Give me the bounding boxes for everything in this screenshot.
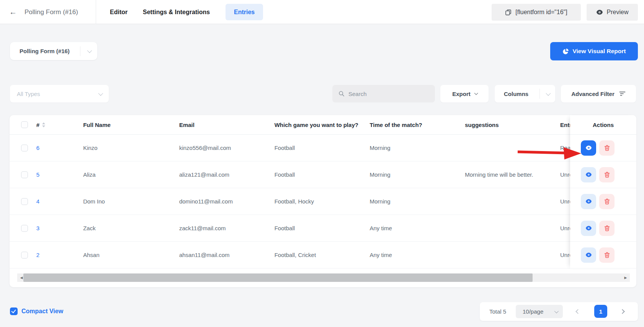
view-entry-button[interactable] — [581, 167, 596, 182]
tab-entries[interactable]: Entries — [226, 4, 263, 20]
view-entry-button[interactable] — [581, 247, 596, 263]
trash-icon — [604, 172, 610, 178]
export-dropdown[interactable]: Export — [440, 85, 489, 102]
delete-entry-button[interactable] — [599, 247, 615, 263]
row-actions — [570, 242, 636, 268]
eye-icon — [585, 226, 592, 231]
chevron-left-icon — [575, 309, 580, 314]
page-1-button[interactable]: 1 — [594, 305, 607, 318]
view-entry-button[interactable] — [581, 221, 596, 236]
view-visual-report-label: View Visual Report — [573, 48, 626, 55]
pagination-bar: Total 5 10/page 1 — [480, 302, 638, 321]
column-header-email: Email — [179, 122, 275, 128]
shortcode-label: [fluentform id="16"] — [515, 9, 567, 16]
per-page-dropdown[interactable]: 10/page — [516, 305, 563, 318]
entry-id-link[interactable]: 2 — [36, 252, 39, 258]
preview-button[interactable]: Preview — [587, 4, 638, 21]
cell-game: Football — [275, 145, 370, 151]
table-row: 6 Kinzo kinzo556@mail.com Football Morni… — [10, 135, 636, 161]
row-actions — [570, 161, 636, 188]
entry-id-link[interactable]: 6 — [36, 145, 39, 151]
horizontal-scrollbar[interactable]: ◀ ▶ — [17, 273, 630, 282]
tab-editor[interactable]: Editor — [110, 0, 127, 24]
entry-id-link[interactable]: 4 — [36, 198, 39, 205]
trash-icon — [604, 198, 610, 205]
row-checkbox[interactable] — [21, 171, 28, 178]
column-header-time: Time of the match? — [369, 122, 465, 128]
per-page-value: 10/page — [523, 308, 543, 315]
copy-icon — [505, 9, 512, 16]
select-all-checkbox[interactable] — [21, 121, 28, 128]
row-actions — [570, 215, 636, 242]
eye-icon — [585, 199, 592, 204]
chevron-down-icon — [554, 309, 559, 313]
scrollbar-thumb[interactable] — [23, 273, 533, 282]
view-entry-button[interactable] — [581, 140, 596, 156]
chevron-right-icon — [620, 309, 625, 314]
table-header-row: # Full Name Email Which game you want to… — [10, 115, 636, 135]
compact-view-checkbox[interactable] — [10, 307, 18, 315]
total-count-label: Total 5 — [489, 302, 506, 321]
columns-dropdown[interactable]: Columns — [495, 85, 555, 102]
scroll-right-icon[interactable]: ▶ — [621, 273, 630, 282]
table-row: 4 Dom Ino domino11@mail.com Football, Ho… — [10, 188, 636, 215]
form-selector-dropdown[interactable]: Polling Form (#16) — [10, 42, 97, 60]
cell-full-name: Dom Ino — [83, 198, 179, 205]
column-header-suggestions: suggestions — [465, 122, 560, 128]
row-checkbox[interactable] — [21, 198, 28, 205]
preview-label: Preview — [607, 9, 629, 16]
advanced-filter-button[interactable]: Advanced Filter — [561, 85, 636, 102]
pie-chart-icon — [562, 48, 569, 55]
search-icon — [338, 91, 345, 97]
cell-full-name: Ahsan — [83, 252, 179, 258]
column-header-full-name: Full Name — [83, 122, 179, 128]
column-header-game: Which game you want to play? — [275, 122, 370, 128]
page-title: Polling Form (#16) — [25, 0, 78, 24]
table-row: 2 Ahsan ahsan11@mail.com Football, Crick… — [10, 242, 636, 268]
chevron-down-icon — [546, 91, 551, 96]
entries-page: ← Polling Form (#16) Editor Settings & I… — [0, 0, 644, 327]
tab-settings-integrations[interactable]: Settings & Integrations — [143, 0, 210, 24]
sort-carets-icon[interactable] — [42, 122, 45, 127]
next-page-button[interactable] — [621, 302, 624, 321]
cell-time: Any time — [369, 225, 465, 231]
filter-lines-icon — [619, 91, 626, 96]
entry-id-link[interactable]: 5 — [36, 171, 39, 178]
view-entry-button[interactable] — [581, 194, 596, 209]
cell-email: domino11@mail.com — [179, 198, 275, 205]
delete-entry-button[interactable] — [599, 194, 615, 209]
search-input[interactable] — [348, 91, 421, 97]
cell-email: kinzo556@mail.com — [179, 145, 275, 151]
row-checkbox[interactable] — [21, 225, 28, 232]
type-filter-dropdown[interactable]: All Types — [10, 85, 109, 102]
delete-entry-button[interactable] — [599, 140, 615, 156]
cell-full-name: Aliza — [83, 171, 179, 178]
chevron-down-icon — [474, 91, 478, 95]
table-row: 3 Zack zack11@mail.com Football Any time… — [10, 215, 636, 242]
shortcode-copy-button[interactable]: [fluentform id="16"] — [492, 4, 581, 21]
back-icon[interactable]: ← — [9, 0, 17, 24]
cell-full-name: Zack — [83, 225, 179, 231]
cell-email: aliza121@mail.com — [179, 171, 275, 178]
delete-entry-button[interactable] — [599, 167, 615, 182]
entry-id-link[interactable]: 3 — [36, 225, 39, 231]
prev-page-button[interactable] — [576, 302, 580, 321]
top-bar: ← Polling Form (#16) Editor Settings & I… — [0, 0, 644, 24]
row-checkbox[interactable] — [21, 252, 28, 259]
cell-suggestion: Morning time will be better. — [465, 171, 560, 178]
row-actions — [570, 188, 636, 215]
preview-eye-icon — [596, 10, 603, 15]
form-selector-value: Polling Form (#16) — [10, 48, 80, 54]
cell-time: Morning — [369, 171, 465, 178]
delete-entry-button[interactable] — [599, 221, 615, 236]
compact-view-toggle[interactable]: Compact View — [10, 307, 63, 315]
cell-time: Morning — [369, 198, 465, 205]
row-checkbox[interactable] — [21, 145, 28, 151]
export-label: Export — [452, 91, 471, 97]
column-header-actions: Actions — [570, 115, 636, 135]
column-header-id: # — [36, 122, 39, 128]
view-visual-report-button[interactable]: View Visual Report — [550, 42, 638, 60]
cell-time: Morning — [369, 145, 465, 151]
eye-icon — [585, 172, 592, 177]
cell-game: Football, Hocky — [275, 198, 370, 205]
